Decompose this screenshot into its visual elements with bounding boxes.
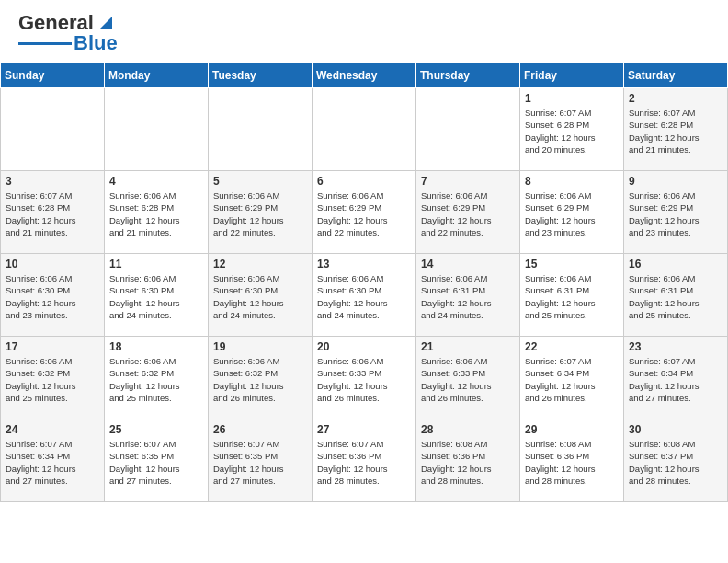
day-number: 20 — [317, 340, 411, 353]
table-row: 3Sunrise: 6:07 AM Sunset: 6:28 PM Daylig… — [1, 171, 105, 254]
day-number: 17 — [6, 340, 99, 353]
day-info: Sunrise: 6:07 AM Sunset: 6:34 PM Dayligh… — [629, 355, 722, 404]
table-row: 9Sunrise: 6:06 AM Sunset: 6:29 PM Daylig… — [624, 171, 728, 254]
table-row: 17Sunrise: 6:06 AM Sunset: 6:32 PM Dayli… — [1, 337, 105, 419]
calendar-table: Sunday Monday Tuesday Wednesday Thursday… — [0, 63, 728, 502]
day-number: 26 — [213, 423, 307, 436]
table-row: 8Sunrise: 6:06 AM Sunset: 6:29 PM Daylig… — [520, 171, 624, 254]
day-info: Sunrise: 6:08 AM Sunset: 6:36 PM Dayligh… — [421, 438, 515, 487]
day-number: 12 — [213, 258, 307, 270]
day-number: 2 — [629, 92, 722, 105]
logo: General Blue — [18, 11, 118, 55]
calendar-week-row: 24Sunrise: 6:07 AM Sunset: 6:34 PM Dayli… — [1, 419, 728, 502]
day-number: 24 — [6, 423, 99, 436]
table-row — [209, 88, 313, 171]
table-row: 18Sunrise: 6:06 AM Sunset: 6:32 PM Dayli… — [105, 337, 209, 419]
calendar-week-row: 3Sunrise: 6:07 AM Sunset: 6:28 PM Daylig… — [1, 171, 728, 254]
table-row — [313, 88, 416, 171]
day-number: 8 — [525, 175, 619, 188]
table-row: 19Sunrise: 6:06 AM Sunset: 6:32 PM Dayli… — [209, 337, 313, 419]
table-row: 28Sunrise: 6:08 AM Sunset: 6:36 PM Dayli… — [416, 419, 520, 502]
table-row: 16Sunrise: 6:06 AM Sunset: 6:31 PM Dayli… — [624, 254, 728, 337]
table-row: 11Sunrise: 6:06 AM Sunset: 6:30 PM Dayli… — [105, 254, 209, 337]
day-number: 1 — [525, 92, 619, 105]
day-number: 5 — [213, 175, 307, 188]
day-info: Sunrise: 6:06 AM Sunset: 6:32 PM Dayligh… — [109, 355, 203, 404]
day-info: Sunrise: 6:06 AM Sunset: 6:29 PM Dayligh… — [317, 190, 411, 238]
day-number: 15 — [525, 258, 619, 270]
day-number: 30 — [629, 423, 722, 436]
table-row: 26Sunrise: 6:07 AM Sunset: 6:35 PM Dayli… — [209, 419, 313, 502]
calendar-week-row: 1Sunrise: 6:07 AM Sunset: 6:28 PM Daylig… — [1, 88, 728, 171]
table-row: 12Sunrise: 6:06 AM Sunset: 6:30 PM Dayli… — [209, 254, 313, 337]
svg-marker-0 — [99, 17, 112, 29]
col-monday: Monday — [105, 63, 209, 88]
day-info: Sunrise: 6:07 AM Sunset: 6:28 PM Dayligh… — [525, 107, 619, 155]
page-header: General Blue — [0, 0, 728, 63]
table-row: 15Sunrise: 6:06 AM Sunset: 6:31 PM Dayli… — [520, 254, 624, 337]
day-info: Sunrise: 6:08 AM Sunset: 6:36 PM Dayligh… — [525, 438, 619, 487]
table-row: 27Sunrise: 6:07 AM Sunset: 6:36 PM Dayli… — [313, 419, 416, 502]
calendar-header-row: Sunday Monday Tuesday Wednesday Thursday… — [1, 63, 728, 88]
day-info: Sunrise: 6:06 AM Sunset: 6:31 PM Dayligh… — [525, 272, 619, 321]
day-info: Sunrise: 6:07 AM Sunset: 6:35 PM Dayligh… — [109, 438, 203, 487]
day-number: 18 — [109, 340, 203, 353]
day-number: 6 — [317, 175, 411, 188]
day-info: Sunrise: 6:06 AM Sunset: 6:33 PM Dayligh… — [317, 355, 411, 404]
table-row: 6Sunrise: 6:06 AM Sunset: 6:29 PM Daylig… — [313, 171, 416, 254]
day-number: 4 — [109, 175, 203, 188]
day-number: 27 — [317, 423, 411, 436]
table-row: 23Sunrise: 6:07 AM Sunset: 6:34 PM Dayli… — [624, 337, 728, 419]
day-number: 16 — [629, 258, 722, 270]
day-info: Sunrise: 6:06 AM Sunset: 6:29 PM Dayligh… — [213, 190, 307, 238]
day-info: Sunrise: 6:07 AM Sunset: 6:34 PM Dayligh… — [6, 438, 99, 487]
logo-triangle-icon — [96, 13, 116, 33]
table-row: 24Sunrise: 6:07 AM Sunset: 6:34 PM Dayli… — [1, 419, 105, 502]
day-number: 22 — [525, 340, 619, 353]
table-row: 29Sunrise: 6:08 AM Sunset: 6:36 PM Dayli… — [520, 419, 624, 502]
table-row: 4Sunrise: 6:06 AM Sunset: 6:28 PM Daylig… — [105, 171, 209, 254]
table-row — [416, 88, 520, 171]
table-row: 20Sunrise: 6:06 AM Sunset: 6:33 PM Dayli… — [313, 337, 416, 419]
day-number: 19 — [213, 340, 307, 353]
day-info: Sunrise: 6:06 AM Sunset: 6:33 PM Dayligh… — [421, 355, 515, 404]
calendar-week-row: 17Sunrise: 6:06 AM Sunset: 6:32 PM Dayli… — [1, 337, 728, 419]
table-row: 22Sunrise: 6:07 AM Sunset: 6:34 PM Dayli… — [520, 337, 624, 419]
day-info: Sunrise: 6:06 AM Sunset: 6:31 PM Dayligh… — [421, 272, 515, 321]
day-info: Sunrise: 6:06 AM Sunset: 6:29 PM Dayligh… — [525, 190, 619, 238]
col-tuesday: Tuesday — [209, 63, 313, 88]
day-number: 25 — [109, 423, 203, 436]
day-number: 23 — [629, 340, 722, 353]
day-number: 14 — [421, 258, 515, 270]
day-info: Sunrise: 6:06 AM Sunset: 6:30 PM Dayligh… — [317, 272, 411, 321]
table-row: 1Sunrise: 6:07 AM Sunset: 6:28 PM Daylig… — [520, 88, 624, 171]
col-saturday: Saturday — [624, 63, 728, 88]
col-friday: Friday — [520, 63, 624, 88]
day-number: 11 — [109, 258, 203, 270]
table-row: 13Sunrise: 6:06 AM Sunset: 6:30 PM Dayli… — [313, 254, 416, 337]
col-sunday: Sunday — [1, 63, 105, 88]
table-row: 30Sunrise: 6:08 AM Sunset: 6:37 PM Dayli… — [624, 419, 728, 502]
day-info: Sunrise: 6:06 AM Sunset: 6:30 PM Dayligh… — [213, 272, 307, 321]
table-row: 2Sunrise: 6:07 AM Sunset: 6:28 PM Daylig… — [624, 88, 728, 171]
table-row: 5Sunrise: 6:06 AM Sunset: 6:29 PM Daylig… — [209, 171, 313, 254]
day-number: 10 — [6, 258, 99, 270]
day-info: Sunrise: 6:06 AM Sunset: 6:29 PM Dayligh… — [629, 190, 722, 238]
day-info: Sunrise: 6:06 AM Sunset: 6:30 PM Dayligh… — [6, 272, 99, 321]
day-info: Sunrise: 6:06 AM Sunset: 6:32 PM Dayligh… — [6, 355, 99, 404]
day-number: 3 — [6, 175, 99, 188]
day-number: 7 — [421, 175, 515, 188]
day-number: 29 — [525, 423, 619, 436]
table-row: 10Sunrise: 6:06 AM Sunset: 6:30 PM Dayli… — [1, 254, 105, 337]
calendar-week-row: 10Sunrise: 6:06 AM Sunset: 6:30 PM Dayli… — [1, 254, 728, 337]
day-info: Sunrise: 6:06 AM Sunset: 6:31 PM Dayligh… — [629, 272, 722, 321]
table-row: 21Sunrise: 6:06 AM Sunset: 6:33 PM Dayli… — [416, 337, 520, 419]
day-info: Sunrise: 6:06 AM Sunset: 6:32 PM Dayligh… — [213, 355, 307, 404]
day-info: Sunrise: 6:06 AM Sunset: 6:28 PM Dayligh… — [109, 190, 203, 238]
table-row: 25Sunrise: 6:07 AM Sunset: 6:35 PM Dayli… — [105, 419, 209, 502]
day-info: Sunrise: 6:07 AM Sunset: 6:36 PM Dayligh… — [317, 438, 411, 487]
day-number: 21 — [421, 340, 515, 353]
day-info: Sunrise: 6:08 AM Sunset: 6:37 PM Dayligh… — [629, 438, 722, 487]
day-info: Sunrise: 6:06 AM Sunset: 6:30 PM Dayligh… — [109, 272, 203, 321]
table-row — [1, 88, 105, 171]
